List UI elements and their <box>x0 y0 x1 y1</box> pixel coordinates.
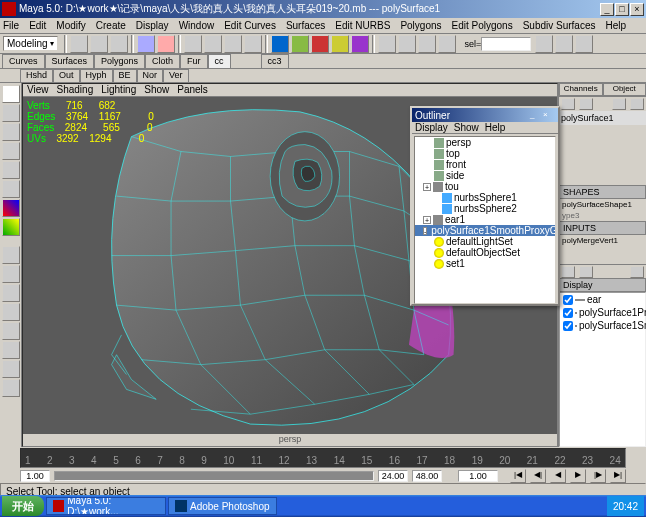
snap-plane-icon[interactable] <box>244 35 262 53</box>
play-fwd-button[interactable]: ▶ <box>570 469 586 483</box>
dtab-be[interactable]: BE <box>113 69 137 82</box>
lock-icon[interactable] <box>535 35 553 53</box>
tool-color-icon[interactable] <box>2 218 20 236</box>
expand-icon[interactable]: - <box>423 227 427 235</box>
layer-icon3[interactable] <box>630 266 644 278</box>
layer-row[interactable]: ear <box>560 293 645 306</box>
layer-row[interactable]: polySurface1Proxy <box>560 306 645 319</box>
four-pane-icon[interactable] <box>2 265 20 283</box>
outliner-window[interactable]: Outliner _ × Display Show Help persptopf… <box>410 106 560 306</box>
dtab-nor[interactable]: Nor <box>137 69 164 82</box>
current-time-field[interactable] <box>458 470 498 482</box>
range-max-field[interactable] <box>412 470 442 482</box>
tool1-icon[interactable] <box>555 35 573 53</box>
tool2-icon[interactable] <box>575 35 593 53</box>
layout7-icon[interactable] <box>2 360 20 378</box>
start-button[interactable]: 开始 <box>2 496 44 516</box>
menu-file[interactable]: File <box>3 20 19 31</box>
layer-vis-checkbox[interactable] <box>563 308 573 318</box>
tab-surfaces[interactable]: Surfaces <box>45 54 95 68</box>
menu-editpolygons[interactable]: Edit Polygons <box>452 20 513 31</box>
rtab-channels[interactable]: Channels <box>559 83 603 96</box>
outliner-item[interactable]: -polySurface1SmoothProxyGroup <box>415 225 555 236</box>
range-end-field[interactable] <box>378 470 408 482</box>
vp-lighting[interactable]: Lighting <box>101 84 136 96</box>
menu-display[interactable]: Display <box>136 20 169 31</box>
fast-fwd-button[interactable]: ▶| <box>610 469 626 483</box>
taskbar-photoshop-button[interactable]: Adobe Photoshop <box>168 497 277 515</box>
outliner-item[interactable]: top <box>415 148 555 159</box>
single-pane-icon[interactable] <box>2 246 20 264</box>
layer-vis-checkbox[interactable] <box>563 321 573 331</box>
menu-help[interactable]: Help <box>606 20 627 31</box>
ch-icon1[interactable] <box>561 98 575 110</box>
dtab-hshd[interactable]: Hshd <box>20 69 53 82</box>
dtab-out[interactable]: Out <box>53 69 80 82</box>
time-slider[interactable]: 123456789101112131415161718192021222324 <box>20 448 626 468</box>
outliner-item[interactable]: defaultObjectSet <box>415 247 555 258</box>
menu-editnurbs[interactable]: Edit NURBS <box>335 20 390 31</box>
vp-shading[interactable]: Shading <box>57 84 94 96</box>
ipr-icon[interactable] <box>331 35 349 53</box>
sel-mask2-icon[interactable] <box>157 35 175 53</box>
two-pane-icon[interactable] <box>2 284 20 302</box>
outliner-menu-display[interactable]: Display <box>415 122 448 133</box>
ch-icon2[interactable] <box>579 98 593 110</box>
layout3-icon[interactable] <box>418 35 436 53</box>
ch-icon3[interactable] <box>612 98 626 110</box>
snap-curve-icon[interactable] <box>204 35 222 53</box>
outliner-menu-help[interactable]: Help <box>485 122 506 133</box>
vp-panels[interactable]: Panels <box>177 84 208 96</box>
new-scene-icon[interactable] <box>70 35 88 53</box>
rglobals-icon[interactable] <box>351 35 369 53</box>
menu-surfaces[interactable]: Surfaces <box>286 20 325 31</box>
layout4-icon[interactable] <box>438 35 456 53</box>
sel-mask-icon[interactable] <box>137 35 155 53</box>
play-back-button[interactable]: ◀ <box>550 469 566 483</box>
outliner-item[interactable]: nurbsSphere1 <box>415 192 555 203</box>
outliner-item[interactable]: defaultLightSet <box>415 236 555 247</box>
vp-view[interactable]: View <box>27 84 49 96</box>
input-node[interactable]: polyMergeVert1 <box>559 235 646 246</box>
tab-polygons[interactable]: Polygons <box>94 54 145 68</box>
three-pane-icon[interactable] <box>2 303 20 321</box>
menu-window[interactable]: Window <box>179 20 215 31</box>
expand-icon[interactable]: + <box>423 216 431 224</box>
tab-curves[interactable]: Curves <box>2 54 45 68</box>
outliner-item[interactable]: +tou <box>415 181 555 192</box>
rtab-object[interactable]: Object <box>603 83 647 96</box>
outliner-item[interactable]: set1 <box>415 258 555 269</box>
outliner-tree[interactable]: persptopfrontside+tounurbsSphere1nurbsSp… <box>414 136 556 304</box>
minimize-button[interactable]: _ <box>600 3 614 16</box>
layer-vis-checkbox[interactable] <box>563 295 573 305</box>
dtab-hyph[interactable]: Hyph <box>80 69 113 82</box>
layer-icon2[interactable] <box>579 266 593 278</box>
tab-cc3[interactable]: cc3 <box>261 54 289 68</box>
module-dropdown[interactable]: Modeling <box>3 36 58 51</box>
menu-edit[interactable]: Edit <box>29 20 46 31</box>
outliner-item[interactable]: persp <box>415 137 555 148</box>
dtab-ver[interactable]: Ver <box>163 69 189 82</box>
snap-point-icon[interactable] <box>224 35 242 53</box>
outliner-item[interactable]: +ear1 <box>415 214 555 225</box>
layout2-icon[interactable] <box>398 35 416 53</box>
layout5-icon[interactable] <box>2 322 20 340</box>
hist-icon[interactable] <box>271 35 289 53</box>
open-scene-icon[interactable] <box>90 35 108 53</box>
maximize-button[interactable]: □ <box>615 3 629 16</box>
ch-icon4[interactable] <box>630 98 644 110</box>
sel-field[interactable] <box>481 37 531 51</box>
step-fwd-button[interactable]: |▶ <box>590 469 606 483</box>
expand-icon[interactable]: + <box>423 183 431 191</box>
outliner-min-button[interactable]: _ <box>530 110 542 121</box>
close-button[interactable]: × <box>630 3 644 16</box>
manip-tool-icon[interactable] <box>2 180 20 198</box>
lasso-tool-icon[interactable] <box>2 104 20 122</box>
shape-name[interactable]: polySurfaceShape1 <box>559 199 646 210</box>
render-icon[interactable] <box>311 35 329 53</box>
layout8-icon[interactable] <box>2 379 20 397</box>
tab-fur[interactable]: Fur <box>180 54 208 68</box>
layout6-icon[interactable] <box>2 341 20 359</box>
taskbar-maya-button[interactable]: Maya 5.0: D:\★work... <box>46 497 166 515</box>
channel-obj-name[interactable]: polySurface1 <box>559 111 646 125</box>
